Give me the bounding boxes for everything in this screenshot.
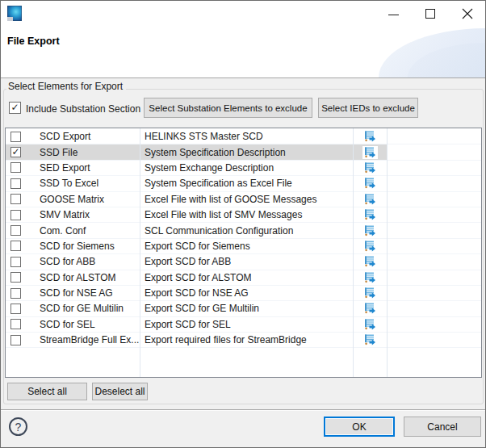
export-type-description: Excel File with list of GOOSE Messages [140, 194, 353, 205]
table-row[interactable]: ✓ SSD File System Specification Descript… [6, 144, 481, 160]
export-icon-cell[interactable] [353, 208, 387, 221]
page-title: File Export [7, 36, 60, 47]
maximize-button[interactable] [412, 1, 449, 27]
table-row[interactable]: SCD for SEL Export SCD for SEL [6, 317, 481, 333]
row-checkbox-cell [6, 194, 40, 204]
export-table-rows: SCD Export HELINKS STS Master SCD ✓ [6, 129, 481, 348]
file-export-dialog: File Export Select Elements for Export ✓… [0, 0, 486, 448]
export-type-description: Export required files for StreamBridge [140, 334, 353, 345]
export-type-name: SCD Export [40, 131, 140, 142]
table-row[interactable]: SCD Export HELINKS STS Master SCD [6, 129, 481, 144]
row-checkbox-cell [6, 241, 40, 251]
app-icon [7, 6, 22, 21]
row-checkbox[interactable] [10, 257, 21, 267]
export-icon-cell[interactable] [353, 193, 387, 206]
table-row[interactable]: SCD for ALSTOM Export SCD for ALSTOM [6, 270, 481, 286]
row-empty-cell [387, 129, 481, 144]
row-checkbox-cell [6, 319, 40, 329]
ok-button[interactable]: OK [324, 417, 395, 437]
row-checkbox[interactable] [10, 210, 21, 220]
include-substation-checkbox[interactable]: ✓ [9, 102, 21, 114]
export-type-description: Export SCD for SEL [140, 319, 353, 330]
export-type-name: GOOSE Matrix [40, 194, 140, 205]
export-type-description: Export SCD for ABB [140, 256, 353, 267]
table-row[interactable]: SCD for NSE AG Export SCD for NSE AG [6, 286, 481, 301]
export-type-name: SCD for Siemens [40, 241, 140, 252]
select-all-button[interactable]: Select all [7, 383, 87, 400]
export-icon [362, 224, 378, 237]
export-icon-cell[interactable] [353, 146, 387, 159]
row-checkbox[interactable] [10, 319, 21, 329]
deselect-all-button[interactable]: Deselect all [92, 383, 148, 400]
table-row[interactable]: Com. Conf SCL Communication Configuratio… [6, 223, 481, 238]
export-type-description: Export SCD for Siemens [140, 241, 353, 252]
row-checkbox[interactable] [10, 241, 21, 251]
table-row[interactable]: SMV Matrix Excel File with list of SMV M… [6, 207, 481, 223]
export-icon-cell[interactable] [353, 130, 387, 143]
export-type-description: SCL Communication Configuration [140, 225, 353, 237]
row-checkbox[interactable] [10, 288, 21, 299]
table-row[interactable]: StreamBridge Full Ex... Export required … [6, 333, 481, 348]
export-options-table: SCD Export HELINKS STS Master SCD ✓ [5, 128, 482, 378]
row-checkbox[interactable] [10, 225, 21, 236]
table-row[interactable]: SED Export System Exchange Description [6, 161, 481, 176]
row-checkbox-cell [6, 257, 40, 267]
row-checkbox[interactable]: ✓ [10, 147, 21, 157]
export-type-description: System Specification as Excel File [140, 178, 353, 189]
table-row[interactable]: SCD for Siemens Export SCD for Siemens [6, 239, 481, 254]
row-empty-cell [387, 207, 481, 222]
export-type-name: SCD for ABB [40, 256, 140, 267]
export-icon-cell[interactable] [353, 333, 387, 346]
row-checkbox[interactable] [10, 335, 21, 345]
table-row[interactable]: GOOSE Matrix Excel File with list of GOO… [6, 192, 481, 207]
export-type-name: SSD To Excel [40, 178, 140, 189]
export-icon [362, 130, 378, 143]
row-checkbox-cell [6, 162, 40, 173]
row-checkbox[interactable] [10, 132, 21, 142]
row-empty-cell [387, 192, 481, 207]
export-type-name: SCD for ALSTOM [40, 272, 140, 283]
export-icon-cell[interactable] [353, 287, 387, 299]
table-row[interactable]: SSD To Excel System Specification as Exc… [6, 176, 481, 191]
row-empty-cell [387, 254, 481, 269]
export-type-description: System Exchange Description [140, 162, 353, 174]
row-checkbox[interactable] [10, 304, 21, 314]
export-icon-cell[interactable] [353, 177, 387, 190]
row-checkbox[interactable] [10, 194, 21, 204]
row-checkbox[interactable] [10, 178, 21, 189]
export-icon [362, 255, 378, 268]
exclude-substation-elements-button[interactable]: Select Substation Elements to exclude [144, 98, 312, 118]
row-checkbox[interactable] [10, 162, 21, 173]
table-row[interactable]: SCD for ABB Export SCD for ABB [6, 254, 481, 270]
export-icon [362, 208, 378, 221]
row-checkbox[interactable] [10, 272, 21, 283]
export-type-name: SCD for SEL [40, 319, 140, 330]
row-empty-cell [387, 223, 481, 237]
row-empty-cell [387, 317, 481, 332]
export-icon [362, 333, 378, 346]
export-type-name: StreamBridge Full Ex... [40, 334, 140, 345]
export-icon-cell[interactable] [353, 271, 387, 284]
export-icon [362, 161, 378, 174]
cancel-button[interactable]: Cancel [404, 417, 481, 437]
export-type-name: SSD File [40, 147, 140, 158]
close-button[interactable] [449, 1, 486, 27]
row-checkbox-cell [6, 272, 40, 283]
export-icon-cell[interactable] [353, 318, 387, 331]
help-button[interactable]: ? [9, 417, 27, 436]
export-icon-cell[interactable] [353, 224, 387, 237]
table-row[interactable]: SCD for GE Multilin Export SCD for GE Mu… [6, 301, 481, 316]
export-icon-cell[interactable] [353, 161, 387, 174]
export-icon [362, 318, 378, 331]
row-empty-cell [387, 176, 481, 191]
select-elements-group-label: Select Elements for Export [6, 81, 126, 92]
export-icon-cell[interactable] [353, 240, 387, 253]
footer-separator [1, 409, 485, 410]
row-checkbox-cell: ✓ [6, 147, 40, 157]
export-icon [362, 193, 378, 206]
export-icon-cell[interactable] [353, 255, 387, 268]
exclude-ieds-button[interactable]: Select IEDs to exclude [318, 98, 418, 118]
minimize-button[interactable] [375, 1, 412, 27]
close-icon [462, 8, 473, 19]
export-icon-cell[interactable] [353, 302, 387, 315]
